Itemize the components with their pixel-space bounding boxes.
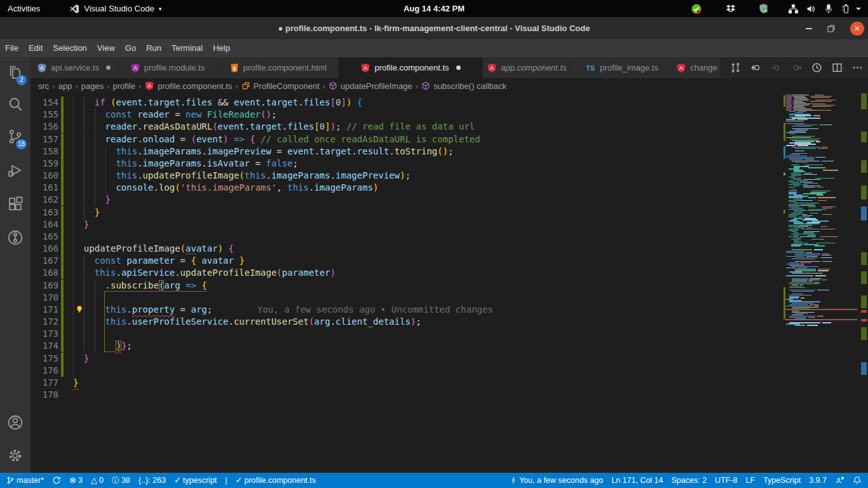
tab-profile.component.ts[interactable]: Aprofile.component.ts <box>339 57 483 78</box>
tab-profile_image.ts[interactable]: TSprofile_image.ts <box>571 57 673 78</box>
status-Ln 171, Col 14[interactable]: Ln 171, Col 14 <box>611 476 663 485</box>
breadcrumb-separator: › <box>232 81 241 91</box>
previous-change-icon[interactable] <box>770 62 782 74</box>
more-actions-icon[interactable] <box>851 62 863 74</box>
status-master*[interactable]: master* <box>6 476 44 485</box>
maximize-button[interactable] <box>827 25 835 32</box>
tab-profile.module.ts[interactable]: Aprofile.module.ts <box>118 57 218 78</box>
volume-icon[interactable] <box>806 4 817 14</box>
menu-go[interactable]: Go <box>120 39 141 57</box>
code-line-177: } <box>73 377 78 389</box>
menu-selection[interactable]: Selection <box>48 39 92 57</box>
typescript-icon: TS <box>585 63 596 73</box>
line-number: 163 <box>31 207 58 219</box>
dropbox-icon[interactable] <box>726 4 736 14</box>
status-TypeScript[interactable]: TypeScript <box>763 476 801 485</box>
network-icon[interactable] <box>788 4 799 14</box>
status-0[interactable]: △0 <box>91 476 104 485</box>
window-title: ● profile.component.ts - lk-firm-managem… <box>0 17 868 39</box>
tab-profile.component.html[interactable]: 5profile.component.html <box>218 57 339 78</box>
status-{..}: 263[interactable]: {..}: 263 <box>139 476 166 485</box>
menu-edit[interactable]: Edit <box>24 39 48 57</box>
activity-extensions-icon[interactable] <box>0 189 31 219</box>
activity-settings-gear-icon[interactable] <box>0 440 31 471</box>
status-|[interactable]: | <box>225 476 227 485</box>
line-number: 165 <box>31 231 58 243</box>
activity-search-icon[interactable] <box>0 89 31 119</box>
badge: 18 <box>16 139 27 149</box>
menu-bar: FileEditSelectionViewGoRunTerminalHelp <box>0 39 868 57</box>
code-line-162: } <box>73 194 111 206</box>
back-icon[interactable] <box>750 62 761 74</box>
status-typescript[interactable]: ✓typescript <box>174 476 217 485</box>
menu-run[interactable]: Run <box>141 39 166 57</box>
desktop: { "gnome_bar": { "activities": "Activiti… <box>0 0 868 488</box>
tab-label: profile.component.html <box>243 63 327 72</box>
status-3[interactable]: ⊗3 <box>69 476 83 485</box>
menu-file[interactable]: File <box>0 39 24 57</box>
status-bell-icon[interactable] <box>853 476 862 485</box>
breadcrumb-profile.component.ts[interactable]: Aprofile.component.ts <box>144 81 232 91</box>
status-You, a few seconds ago[interactable]: You, a few seconds ago <box>510 476 603 485</box>
editor-actions <box>726 57 863 78</box>
code-editor[interactable]: 154 if (event.target.files && event.targ… <box>31 93 868 473</box>
activity-debug-icon[interactable] <box>0 155 31 186</box>
tab-bar: Aapi.service.tsAprofile.module.ts5profil… <box>31 57 868 78</box>
angular-component-icon: A <box>360 63 370 73</box>
battery-icon[interactable] <box>839 4 850 14</box>
activity-gitlens-icon[interactable] <box>0 222 31 253</box>
activity-explorer-icon[interactable]: 2 <box>0 57 31 88</box>
line-number: 158 <box>31 146 58 158</box>
menu-terminal[interactable]: Terminal <box>166 39 208 57</box>
code-line-155: const reader = new FileReader(); <box>73 109 276 121</box>
line-number: 156 <box>31 121 58 133</box>
next-change-icon[interactable] <box>790 62 802 74</box>
tab-app.component.ts[interactable]: Aapp.component.ts <box>483 57 571 78</box>
feedback-icon <box>835 476 844 485</box>
tab-change[interactable]: Achange <box>673 57 721 78</box>
timeline-icon[interactable] <box>811 62 822 74</box>
breadcrumb-subscribe() callback[interactable]: subscribe() callback <box>421 81 506 91</box>
activity-account-icon[interactable] <box>0 407 31 438</box>
angular-component-icon: A <box>487 63 497 73</box>
breadcrumb-app[interactable]: app <box>58 81 72 91</box>
updater-icon[interactable] <box>691 3 702 15</box>
activity-source-control-icon[interactable]: 18 <box>0 121 31 152</box>
tab-label: change <box>690 63 717 72</box>
line-number: 178 <box>31 389 58 401</box>
status-feedback-icon[interactable] <box>835 476 844 485</box>
tab-api.service.ts[interactable]: Aapi.service.ts <box>31 57 118 78</box>
line-number: 154 <box>31 97 58 109</box>
badge: 2 <box>17 75 27 85</box>
breadcrumb-profile[interactable]: profile <box>113 81 135 91</box>
close-button[interactable]: ✕ <box>850 22 864 36</box>
menu-help[interactable]: Help <box>208 39 235 57</box>
status-LF[interactable]: LF <box>746 476 756 485</box>
status-3.9.7[interactable]: 3.9.7 <box>809 476 827 485</box>
line-number: 175 <box>31 353 58 365</box>
breadcrumb-pages[interactable]: pages <box>81 81 104 91</box>
status-Spaces: 2[interactable]: Spaces: 2 <box>672 476 707 485</box>
overview-ruler <box>860 93 868 473</box>
open-changes-icon[interactable] <box>729 62 741 74</box>
microphone-icon[interactable] <box>825 4 832 14</box>
split-editor-icon[interactable] <box>831 62 843 74</box>
lightbulb-icon[interactable] <box>75 305 84 314</box>
status-sync-icon[interactable] <box>52 476 61 485</box>
tab-label: profile.component.ts <box>374 63 449 72</box>
system-tray[interactable] <box>691 0 862 17</box>
status-profile.component.ts[interactable]: ✓profile.component.ts <box>236 476 316 485</box>
breadcrumb-ProfileComponent[interactable]: ProfileComponent <box>241 81 320 91</box>
shield-icon[interactable] <box>758 3 769 14</box>
minimize-button[interactable] <box>806 28 812 29</box>
status-38[interactable]: ⓘ38 <box>112 476 130 485</box>
status-UTF-8[interactable]: UTF-8 <box>715 476 737 485</box>
menu-view[interactable]: View <box>92 39 120 57</box>
breadcrumb-updateProfileImage[interactable]: updateProfileImage <box>329 81 412 91</box>
minimap[interactable] <box>783 93 860 473</box>
modified-dot <box>106 65 111 70</box>
angular-module-icon: A <box>130 63 140 73</box>
line-number: 168 <box>31 267 58 279</box>
breadcrumb-src[interactable]: src <box>38 81 49 91</box>
chevron-down-icon[interactable] <box>855 6 862 11</box>
